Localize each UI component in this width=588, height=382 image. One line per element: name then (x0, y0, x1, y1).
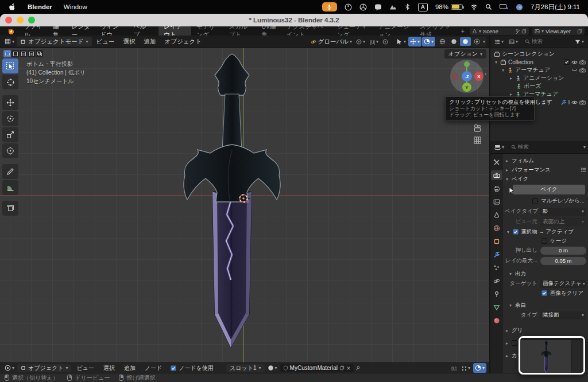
mountain-menu-icon[interactable] (389, 3, 397, 11)
wifi-icon[interactable] (470, 3, 478, 11)
tab-material[interactable] (491, 315, 502, 325)
closed-eye-icon[interactable] (571, 67, 578, 73)
input-source-icon[interactable]: A (418, 3, 428, 11)
chevron-down-icon[interactable]: ▾ (494, 60, 498, 65)
tab-tool[interactable] (491, 157, 502, 167)
panel-grease-pencil[interactable]: ▸グリ (505, 326, 586, 335)
shader-menu-view[interactable]: ビュー (72, 364, 98, 372)
scene-selector[interactable]: ▾ Scene (470, 28, 529, 35)
gizmo-x-handle[interactable]: X (474, 72, 483, 81)
from-multires-checkbox[interactable] (532, 198, 538, 204)
zoom-window-button[interactable] (28, 17, 35, 24)
target-dropdown[interactable]: 画像テクスチャ▾ (540, 280, 586, 288)
menu-render[interactable]: レンダー (67, 26, 96, 36)
gizmo-neg-z-handle[interactable]: -Z (462, 71, 472, 81)
pin-icon[interactable] (354, 364, 362, 372)
select-mode-subtract-button[interactable] (20, 50, 27, 57)
show-overlays-button[interactable]: ▾ (422, 37, 435, 46)
chevron-down-icon[interactable]: ▾ (501, 68, 505, 73)
shading-material-button[interactable] (460, 37, 471, 46)
wheel-menu-icon[interactable] (359, 3, 367, 11)
outliner-row-armature[interactable]: ▾ アーマチュア (490, 66, 588, 74)
panel-output[interactable]: ▾出力 (508, 269, 586, 278)
tab-modifiers[interactable] (491, 250, 502, 259)
unpin-icon[interactable] (514, 29, 520, 34)
cage-row[interactable]: ケージ (541, 237, 586, 245)
sword-model[interactable] (184, 54, 280, 348)
scale-tool[interactable] (2, 127, 18, 142)
panel-bake[interactable]: ▾ベイク (505, 174, 586, 184)
snap-button[interactable]: ▾ (368, 37, 380, 46)
shading-rendered-button[interactable] (471, 37, 482, 46)
obs-menu-icon[interactable] (345, 3, 352, 11)
freestyle-checkbox[interactable] (512, 340, 517, 346)
view-from-dropdown[interactable]: 表面の上▾ (540, 218, 586, 226)
orientation-selector[interactable]: グローバル▾ (309, 37, 354, 46)
hide-eye-icon[interactable] (571, 99, 578, 106)
outliner-row-collection[interactable]: ▾ Collection (490, 58, 588, 66)
unlink-material-icon[interactable] (346, 366, 351, 371)
viewport-menu-select[interactable]: 選択 (119, 38, 140, 46)
blender-logo-icon[interactable] (3, 26, 20, 36)
panel-film[interactable]: ▸フィルム (505, 156, 586, 165)
use-nodes-toggle[interactable]: ノードを使用 (167, 364, 217, 372)
bake-button[interactable]: ベイク (513, 185, 585, 194)
proportional-edit-button[interactable] (381, 37, 390, 46)
shader-mode-selector[interactable]: オブジェクト ▾ (17, 364, 71, 372)
outliner-filter-mode-button[interactable]: ▾ (507, 37, 520, 46)
transform-tool[interactable] (2, 143, 18, 158)
workspace-tab-sculpting[interactable]: スカルプト (224, 26, 257, 36)
new-scene-icon[interactable] (521, 29, 527, 34)
tab-physics[interactable] (491, 276, 502, 286)
disable-render-camera-icon[interactable] (579, 67, 586, 73)
cursor-tool[interactable] (2, 75, 18, 89)
spotlight-icon[interactable] (485, 3, 492, 10)
modifier-wrench-icon[interactable] (560, 99, 567, 106)
workspace-tab-modeling[interactable]: モデリング (191, 26, 224, 36)
siri-icon[interactable] (516, 3, 523, 11)
menu-edit[interactable]: 編集 (48, 26, 67, 36)
viewport-3d[interactable]: ボトム・平行投影 (41) Collection | 低ポリ 10センチメートル… (0, 48, 489, 362)
tab-constraints[interactable] (491, 289, 502, 299)
shader-snap-button[interactable] (449, 363, 458, 373)
workspace-tab-uv[interactable]: UV編集 (256, 26, 281, 36)
battery-status[interactable]: 98% (435, 3, 463, 10)
tab-render[interactable] (491, 170, 502, 180)
sidebar-collapse-arrow[interactable]: ‹ (485, 70, 487, 77)
tab-view-layer[interactable] (491, 197, 502, 206)
tab-scene[interactable] (491, 210, 502, 220)
close-window-button[interactable] (5, 17, 12, 24)
disable-render-camera-icon[interactable] (579, 99, 586, 106)
gizmo-neg-x-handle[interactable] (452, 73, 458, 80)
measure-tool[interactable] (2, 180, 18, 195)
clear-image-checkbox[interactable] (541, 290, 547, 296)
add-workspace-button[interactable]: + (456, 26, 470, 36)
line-app-menu-icon[interactable] (374, 3, 382, 11)
exclude-checkbox[interactable] (564, 59, 570, 65)
from-multires-row[interactable]: マルチレゾから... (532, 196, 586, 206)
panel-performance[interactable]: ▸パフォーマンス (505, 165, 586, 174)
material-browse-button[interactable]: ▾ (266, 363, 279, 373)
select-mode-new-button[interactable] (3, 50, 11, 57)
show-gizmo-button[interactable]: ▾ (408, 37, 421, 46)
extrusion-field[interactable]: 0 m (540, 247, 586, 255)
tool-options-button[interactable]: オプション▾ (444, 49, 486, 59)
shader-editor-type-button[interactable]: ▾ (3, 363, 16, 373)
gizmo-neg-y-handle[interactable] (464, 61, 470, 67)
object-visibility-button[interactable]: ▾ (394, 37, 408, 46)
menu-file[interactable]: ファイル (20, 26, 48, 36)
menubar-datetime[interactable]: 7月26日(土) 9:11 (531, 3, 580, 11)
workspace-tab-shading[interactable]: シェーディング (332, 26, 373, 36)
navigation-gizmo[interactable]: Y X -Z (450, 60, 483, 93)
margin-type-dropdown[interactable]: 隣接面▾ (540, 311, 586, 319)
outliner-row-animation[interactable]: ▸ アニメーション (490, 74, 588, 82)
select-box-tool[interactable] (2, 59, 18, 73)
bluetooth-icon[interactable] (404, 3, 411, 10)
tab-output[interactable] (491, 184, 502, 193)
use-nodes-checkbox[interactable] (171, 365, 176, 371)
move-tool[interactable] (2, 95, 18, 110)
selected-to-active-panel[interactable]: ▾ 選択物 → アクティブ (506, 227, 586, 236)
properties-options-dropdown[interactable]: ▾ (583, 145, 586, 150)
workspace-tab-animation[interactable]: アニメーション (373, 26, 415, 36)
select-mode-invert-button[interactable] (28, 50, 35, 57)
